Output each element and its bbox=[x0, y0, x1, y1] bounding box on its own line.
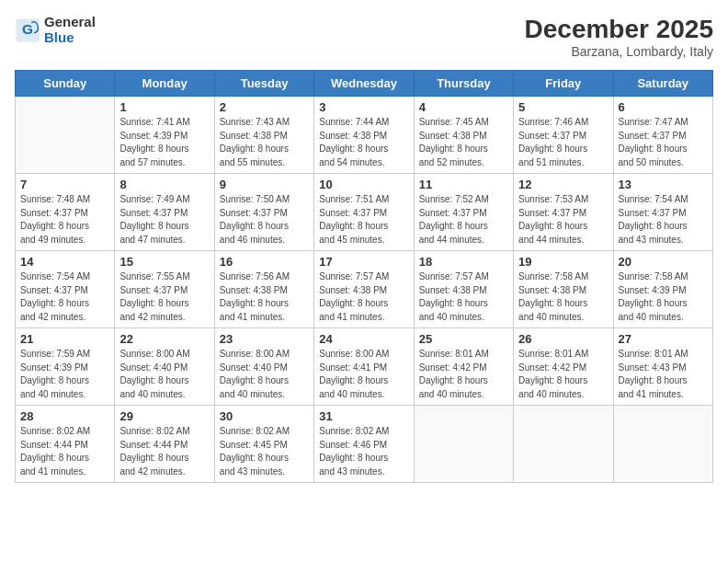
day-number: 2 bbox=[220, 100, 309, 114]
day-number: 25 bbox=[419, 332, 508, 346]
calendar-week-1: 1Sunrise: 7:41 AMSunset: 4:39 PMDaylight… bbox=[16, 97, 713, 174]
calendar-cell: 2Sunrise: 7:43 AMSunset: 4:38 PMDaylight… bbox=[214, 97, 313, 174]
day-header-wednesday: Wednesday bbox=[314, 71, 414, 97]
day-number: 17 bbox=[319, 255, 408, 269]
day-number: 8 bbox=[119, 178, 209, 191]
page-header: G General Blue December 2025 Barzana, Lo… bbox=[15, 15, 713, 59]
day-info: Sunrise: 8:02 AMSunset: 4:44 PMDaylight:… bbox=[20, 425, 109, 478]
svg-text:G: G bbox=[22, 21, 33, 37]
calendar-cell: 17Sunrise: 7:57 AMSunset: 4:38 PMDayligh… bbox=[314, 251, 414, 328]
day-number: 24 bbox=[319, 332, 408, 346]
day-info: Sunrise: 7:55 AMSunset: 4:37 PMDaylight:… bbox=[119, 270, 209, 324]
calendar-cell: 14Sunrise: 7:54 AMSunset: 4:37 PMDayligh… bbox=[16, 251, 115, 328]
day-info: Sunrise: 8:01 AMSunset: 4:43 PMDaylight:… bbox=[619, 348, 708, 401]
day-number: 3 bbox=[319, 100, 408, 114]
day-info: Sunrise: 7:54 AMSunset: 4:37 PMDaylight:… bbox=[20, 270, 109, 324]
calendar-week-2: 7Sunrise: 7:48 AMSunset: 4:37 PMDaylight… bbox=[16, 174, 713, 251]
day-info: Sunrise: 8:00 AMSunset: 4:41 PMDaylight:… bbox=[319, 348, 408, 401]
calendar-cell: 4Sunrise: 7:45 AMSunset: 4:38 PMDaylight… bbox=[414, 97, 513, 174]
day-number: 20 bbox=[619, 255, 708, 269]
calendar-cell: 10Sunrise: 7:51 AMSunset: 4:37 PMDayligh… bbox=[314, 174, 414, 251]
day-info: Sunrise: 8:01 AMSunset: 4:42 PMDaylight:… bbox=[518, 348, 608, 401]
day-info: Sunrise: 7:43 AMSunset: 4:38 PMDaylight:… bbox=[220, 116, 309, 169]
day-number: 16 bbox=[220, 255, 309, 269]
location-text: Barzana, Lombardy, Italy bbox=[525, 44, 713, 59]
day-number: 13 bbox=[619, 178, 708, 191]
calendar-cell bbox=[16, 97, 115, 174]
day-info: Sunrise: 7:50 AMSunset: 4:37 PMDaylight:… bbox=[220, 193, 309, 247]
calendar-cell: 18Sunrise: 7:57 AMSunset: 4:38 PMDayligh… bbox=[414, 251, 513, 328]
logo: G General Blue bbox=[15, 15, 96, 45]
logo-general-text: General bbox=[44, 15, 96, 30]
day-info: Sunrise: 7:41 AMSunset: 4:39 PMDaylight:… bbox=[119, 116, 209, 169]
calendar-cell: 16Sunrise: 7:56 AMSunset: 4:38 PMDayligh… bbox=[214, 251, 313, 328]
calendar-cell: 30Sunrise: 8:02 AMSunset: 4:45 PMDayligh… bbox=[214, 406, 313, 483]
day-info: Sunrise: 7:58 AMSunset: 4:38 PMDaylight:… bbox=[518, 270, 608, 324]
calendar-cell: 20Sunrise: 7:58 AMSunset: 4:39 PMDayligh… bbox=[613, 251, 712, 328]
day-info: Sunrise: 7:57 AMSunset: 4:38 PMDaylight:… bbox=[419, 270, 508, 324]
day-number: 29 bbox=[119, 409, 209, 423]
day-number: 15 bbox=[119, 255, 209, 269]
day-info: Sunrise: 7:49 AMSunset: 4:37 PMDaylight:… bbox=[119, 193, 209, 247]
day-info: Sunrise: 7:46 AMSunset: 4:37 PMDaylight:… bbox=[518, 116, 608, 169]
day-number: 4 bbox=[419, 100, 508, 114]
title-block: December 2025 Barzana, Lombardy, Italy bbox=[525, 15, 713, 59]
day-number: 11 bbox=[419, 178, 508, 191]
day-info: Sunrise: 8:00 AMSunset: 4:40 PMDaylight:… bbox=[220, 348, 309, 401]
calendar-cell bbox=[514, 406, 613, 483]
day-info: Sunrise: 7:45 AMSunset: 4:38 PMDaylight:… bbox=[419, 116, 508, 169]
calendar-week-3: 14Sunrise: 7:54 AMSunset: 4:37 PMDayligh… bbox=[16, 251, 713, 328]
calendar-cell: 13Sunrise: 7:54 AMSunset: 4:37 PMDayligh… bbox=[613, 174, 712, 251]
calendar-cell: 1Sunrise: 7:41 AMSunset: 4:39 PMDaylight… bbox=[115, 97, 214, 174]
day-info: Sunrise: 8:00 AMSunset: 4:40 PMDaylight:… bbox=[119, 348, 209, 401]
calendar-cell: 9Sunrise: 7:50 AMSunset: 4:37 PMDaylight… bbox=[214, 174, 313, 251]
day-number: 7 bbox=[20, 178, 109, 191]
calendar-cell: 3Sunrise: 7:44 AMSunset: 4:38 PMDaylight… bbox=[314, 97, 414, 174]
day-number: 1 bbox=[119, 100, 209, 114]
calendar-cell: 19Sunrise: 7:58 AMSunset: 4:38 PMDayligh… bbox=[514, 251, 613, 328]
day-info: Sunrise: 7:44 AMSunset: 4:38 PMDaylight:… bbox=[319, 116, 408, 169]
calendar-header-row: SundayMondayTuesdayWednesdayThursdayFrid… bbox=[16, 71, 713, 97]
day-header-tuesday: Tuesday bbox=[214, 71, 313, 97]
day-number: 14 bbox=[20, 255, 109, 269]
day-number: 22 bbox=[119, 332, 209, 346]
calendar-cell: 15Sunrise: 7:55 AMSunset: 4:37 PMDayligh… bbox=[115, 251, 214, 328]
calendar-cell bbox=[613, 406, 712, 483]
calendar-cell: 22Sunrise: 8:00 AMSunset: 4:40 PMDayligh… bbox=[115, 328, 214, 406]
calendar-cell: 21Sunrise: 7:59 AMSunset: 4:39 PMDayligh… bbox=[16, 328, 115, 406]
day-number: 10 bbox=[319, 178, 408, 191]
calendar-cell: 26Sunrise: 8:01 AMSunset: 4:42 PMDayligh… bbox=[514, 328, 613, 406]
day-info: Sunrise: 7:51 AMSunset: 4:37 PMDaylight:… bbox=[319, 193, 408, 247]
day-number: 23 bbox=[220, 332, 309, 346]
day-number: 12 bbox=[518, 178, 608, 191]
day-info: Sunrise: 7:58 AMSunset: 4:39 PMDaylight:… bbox=[619, 270, 708, 324]
calendar-cell: 12Sunrise: 7:53 AMSunset: 4:37 PMDayligh… bbox=[514, 174, 613, 251]
calendar-cell bbox=[414, 406, 513, 483]
calendar-cell: 5Sunrise: 7:46 AMSunset: 4:37 PMDaylight… bbox=[514, 97, 613, 174]
calendar-cell: 24Sunrise: 8:00 AMSunset: 4:41 PMDayligh… bbox=[314, 328, 414, 406]
day-header-monday: Monday bbox=[115, 71, 214, 97]
calendar-cell: 27Sunrise: 8:01 AMSunset: 4:43 PMDayligh… bbox=[613, 328, 712, 406]
calendar-cell: 28Sunrise: 8:02 AMSunset: 4:44 PMDayligh… bbox=[16, 406, 115, 483]
day-info: Sunrise: 7:52 AMSunset: 4:37 PMDaylight:… bbox=[419, 193, 508, 247]
day-number: 19 bbox=[518, 255, 608, 269]
day-info: Sunrise: 7:56 AMSunset: 4:38 PMDaylight:… bbox=[220, 270, 309, 324]
day-info: Sunrise: 8:01 AMSunset: 4:42 PMDaylight:… bbox=[419, 348, 508, 401]
calendar-cell: 11Sunrise: 7:52 AMSunset: 4:37 PMDayligh… bbox=[414, 174, 513, 251]
day-info: Sunrise: 8:02 AMSunset: 4:46 PMDaylight:… bbox=[319, 425, 408, 478]
day-info: Sunrise: 8:02 AMSunset: 4:44 PMDaylight:… bbox=[119, 425, 209, 478]
day-info: Sunrise: 7:54 AMSunset: 4:37 PMDaylight:… bbox=[619, 193, 708, 247]
calendar-table: SundayMondayTuesdayWednesdayThursdayFrid… bbox=[15, 70, 713, 483]
calendar-cell: 7Sunrise: 7:48 AMSunset: 4:37 PMDaylight… bbox=[16, 174, 115, 251]
calendar-cell: 6Sunrise: 7:47 AMSunset: 4:37 PMDaylight… bbox=[613, 97, 712, 174]
day-number: 31 bbox=[319, 409, 408, 423]
day-info: Sunrise: 7:48 AMSunset: 4:37 PMDaylight:… bbox=[20, 193, 109, 247]
day-number: 27 bbox=[619, 332, 708, 346]
calendar-week-5: 28Sunrise: 8:02 AMSunset: 4:44 PMDayligh… bbox=[16, 406, 713, 483]
day-info: Sunrise: 7:53 AMSunset: 4:37 PMDaylight:… bbox=[518, 193, 608, 247]
day-info: Sunrise: 7:59 AMSunset: 4:39 PMDaylight:… bbox=[20, 348, 109, 401]
day-info: Sunrise: 8:02 AMSunset: 4:45 PMDaylight:… bbox=[220, 425, 309, 478]
month-title: December 2025 bbox=[525, 15, 713, 44]
day-number: 30 bbox=[220, 409, 309, 423]
calendar-week-4: 21Sunrise: 7:59 AMSunset: 4:39 PMDayligh… bbox=[16, 328, 713, 406]
